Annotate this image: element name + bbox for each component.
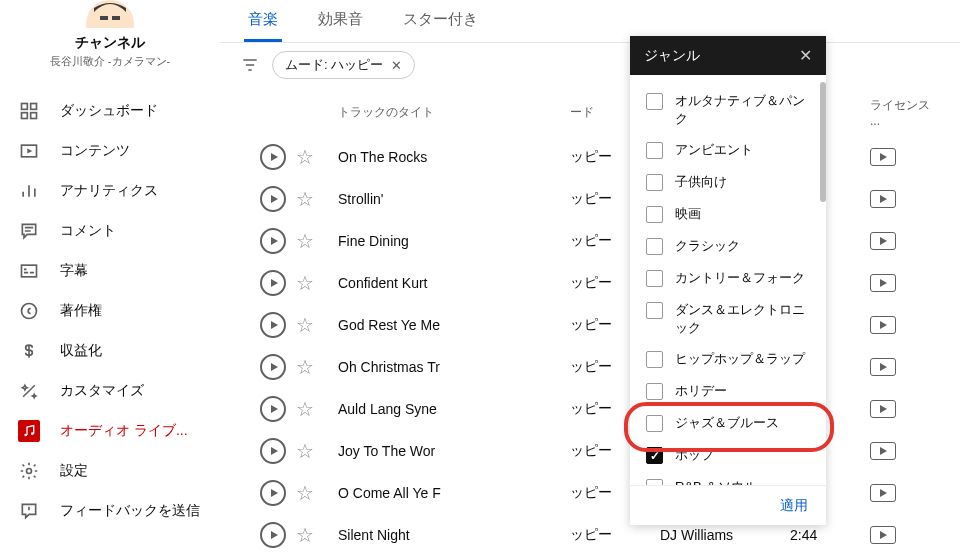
license-icon[interactable] — [870, 442, 896, 460]
genre-label: 子供向け — [675, 173, 727, 191]
play-button[interactable] — [260, 438, 286, 464]
sidebar-item-dollar[interactable]: 収益化 — [0, 331, 220, 371]
sidebar-item-feedback[interactable]: フィードバックを送信 — [0, 491, 220, 531]
genre-item[interactable]: 映画 — [630, 198, 826, 230]
play-button[interactable] — [260, 354, 286, 380]
genre-label: ヒップホップ＆ラップ — [675, 350, 805, 368]
license-icon[interactable] — [870, 274, 896, 292]
checkbox[interactable] — [646, 206, 663, 223]
play-button[interactable] — [260, 144, 286, 170]
star-icon[interactable]: ☆ — [296, 524, 314, 546]
genre-item[interactable]: オルタナティブ＆パンク — [630, 85, 826, 134]
col-license[interactable]: ライセンス ... — [870, 97, 940, 128]
track-title[interactable]: Silent Night — [332, 527, 570, 543]
genre-item[interactable]: アンビエント — [630, 134, 826, 166]
gear-icon — [18, 460, 40, 482]
star-icon[interactable]: ☆ — [296, 188, 314, 210]
svg-rect-6 — [31, 113, 37, 119]
star-icon[interactable]: ☆ — [296, 440, 314, 462]
genre-label: アンビエント — [675, 141, 753, 159]
genre-item[interactable]: 子供向け — [630, 166, 826, 198]
star-icon[interactable]: ☆ — [296, 146, 314, 168]
genre-item[interactable]: クラシック — [630, 230, 826, 262]
track-title[interactable]: Oh Christmas Tr — [332, 359, 570, 375]
license-icon[interactable] — [870, 232, 896, 250]
genre-item[interactable]: ポップ — [630, 439, 826, 471]
scrollbar-thumb[interactable] — [820, 82, 826, 202]
sidebar-item-wand[interactable]: カスタマイズ — [0, 371, 220, 411]
license-icon[interactable] — [870, 526, 896, 544]
license-icon[interactable] — [870, 316, 896, 334]
star-icon[interactable]: ☆ — [296, 398, 314, 420]
mood-filter-chip[interactable]: ムード: ハッピー ✕ — [272, 51, 415, 79]
svg-rect-8 — [22, 265, 37, 277]
track-title[interactable]: Auld Lang Syne — [332, 401, 570, 417]
play-button[interactable] — [260, 522, 286, 548]
sidebar-item-label: フィードバックを送信 — [60, 502, 200, 520]
checkbox[interactable] — [646, 479, 663, 485]
tab-スター付き[interactable]: スター付き — [399, 0, 482, 42]
checkbox[interactable] — [646, 351, 663, 368]
checkbox[interactable] — [646, 415, 663, 432]
track-title[interactable]: O Come All Ye F — [332, 485, 570, 501]
star-icon[interactable]: ☆ — [296, 272, 314, 294]
checkbox[interactable] — [646, 174, 663, 191]
star-icon[interactable]: ☆ — [296, 482, 314, 504]
avatar[interactable] — [74, 0, 146, 28]
license-icon[interactable] — [870, 148, 896, 166]
checkbox[interactable] — [646, 383, 663, 400]
play-button[interactable] — [260, 228, 286, 254]
star-icon[interactable]: ☆ — [296, 314, 314, 336]
sidebar-item-dashboard[interactable]: ダッシュボード — [0, 91, 220, 131]
track-title[interactable]: God Rest Ye Me — [332, 317, 570, 333]
svg-rect-3 — [22, 104, 28, 110]
checkbox[interactable] — [646, 238, 663, 255]
track-title[interactable]: On The Rocks — [332, 149, 570, 165]
genre-item[interactable]: ヒップホップ＆ラップ — [630, 343, 826, 375]
star-icon[interactable]: ☆ — [296, 356, 314, 378]
track-artist[interactable]: DJ Williams — [660, 527, 790, 543]
col-title[interactable]: トラックのタイト — [332, 104, 570, 121]
play-button[interactable] — [260, 270, 286, 296]
tab-効果音[interactable]: 効果音 — [314, 0, 367, 42]
genre-item[interactable]: ジャズ＆ブルース — [630, 407, 826, 439]
play-button[interactable] — [260, 186, 286, 212]
star-icon[interactable]: ☆ — [296, 230, 314, 252]
checkbox[interactable] — [646, 447, 663, 464]
license-icon[interactable] — [870, 484, 896, 502]
tab-音楽[interactable]: 音楽 — [244, 0, 282, 42]
play-button[interactable] — [260, 396, 286, 422]
chip-remove-icon[interactable]: ✕ — [391, 58, 402, 73]
filter-icon[interactable] — [240, 55, 260, 75]
checkbox[interactable] — [646, 93, 663, 110]
sidebar-item-gear[interactable]: 設定 — [0, 451, 220, 491]
checkbox[interactable] — [646, 302, 663, 319]
checkbox[interactable] — [646, 270, 663, 287]
close-icon[interactable]: ✕ — [799, 46, 812, 65]
sidebar-item-label: ダッシュボード — [60, 102, 158, 120]
track-title[interactable]: Joy To The Wor — [332, 443, 570, 459]
genre-item[interactable]: カントリー＆フォーク — [630, 262, 826, 294]
license-icon[interactable] — [870, 400, 896, 418]
sidebar-item-label: 著作権 — [60, 302, 102, 320]
sidebar-item-analytics[interactable]: アナリティクス — [0, 171, 220, 211]
sidebar-item-copyright[interactable]: 著作権 — [0, 291, 220, 331]
license-icon[interactable] — [870, 358, 896, 376]
play-button[interactable] — [260, 480, 286, 506]
apply-button[interactable]: 適用 — [780, 497, 808, 515]
track-title[interactable]: Fine Dining — [332, 233, 570, 249]
genre-item[interactable]: R&B ＆ソウル — [630, 471, 826, 485]
checkbox[interactable] — [646, 142, 663, 159]
genre-item[interactable]: ダンス＆エレクトロニック — [630, 294, 826, 343]
sidebar-item-play-box[interactable]: コンテンツ — [0, 131, 220, 171]
track-title[interactable]: Confident Kurt — [332, 275, 570, 291]
license-icon[interactable] — [870, 190, 896, 208]
sidebar-item-subtitle[interactable]: 字幕 — [0, 251, 220, 291]
play-button[interactable] — [260, 312, 286, 338]
track-title[interactable]: Strollin' — [332, 191, 570, 207]
genre-list[interactable]: オルタナティブ＆パンクアンビエント子供向け映画クラシックカントリー＆フォークダン… — [630, 75, 826, 485]
sidebar-item-comment[interactable]: コメント — [0, 211, 220, 251]
genre-label: ダンス＆エレクトロニック — [675, 301, 810, 336]
genre-item[interactable]: ホリデー — [630, 375, 826, 407]
sidebar-item-audio[interactable]: オーディオ ライブ... — [0, 411, 220, 451]
